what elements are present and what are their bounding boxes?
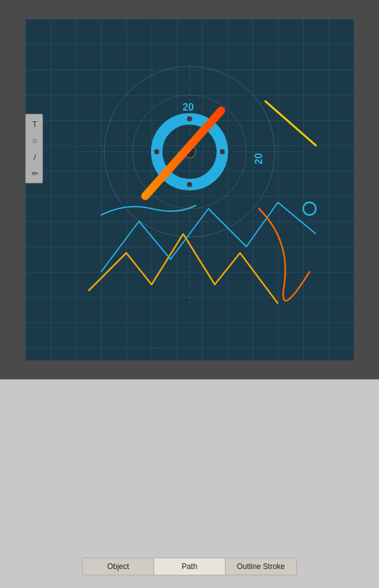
tab-outline[interactable]: Outline Stroke xyxy=(226,558,296,575)
bottom-panel: R: 39 G: 170 B: 225 ——→ Appearance ◁▷ ✕ … xyxy=(0,379,379,588)
canvas-area: 20 20 xyxy=(0,0,379,379)
bottom-tabs: Object Path Outline Stroke xyxy=(82,558,297,575)
svg-text:20: 20 xyxy=(183,102,194,113)
pencil-tool[interactable]: ✏ xyxy=(28,166,42,180)
tab-path[interactable]: Path xyxy=(154,558,226,575)
svg-line-10 xyxy=(265,101,316,145)
svg-point-9 xyxy=(303,202,316,215)
text-tool[interactable]: T xyxy=(28,117,42,131)
svg-text:20: 20 xyxy=(253,153,264,164)
canvas-inner: 20 20 xyxy=(25,19,354,360)
canvas-svg: 20 20 xyxy=(25,19,354,360)
tab-object[interactable]: Object xyxy=(83,558,154,575)
ellipse-tool[interactable]: ○ xyxy=(28,133,42,147)
pen-tool[interactable]: / xyxy=(28,150,42,164)
toolbar: T ○ / ✏ xyxy=(25,114,43,183)
